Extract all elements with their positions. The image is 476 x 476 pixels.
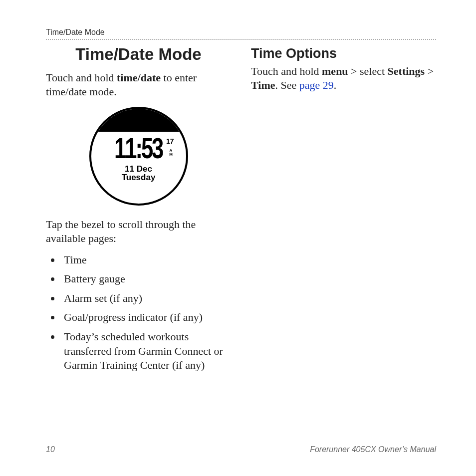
- pages-list: Time Battery gauge Alarm set (if any) Go…: [46, 253, 231, 373]
- bold-time: Time: [251, 79, 275, 91]
- watch-date: 11 Dec: [91, 165, 186, 173]
- intro-bold-time-date: time/date: [117, 71, 161, 84]
- text: . See: [275, 79, 299, 91]
- intro-pre: Touch and hold: [46, 71, 117, 84]
- list-item: Goal/progress indicator (if any): [61, 310, 231, 325]
- section-title-time-date-mode: Time/Date Mode: [46, 45, 231, 64]
- list-item: Time: [61, 253, 231, 267]
- bold-menu: menu: [322, 65, 348, 77]
- list-item: Battery gauge: [61, 272, 231, 286]
- page-number: 10: [46, 445, 55, 454]
- watch-weekday: Tuesday: [91, 173, 186, 182]
- page-link-29[interactable]: page 29: [299, 79, 334, 91]
- time-options-paragraph: Touch and hold menu > select Settings > …: [251, 64, 436, 92]
- bold-settings: Settings: [388, 65, 425, 77]
- watch-illustration-wrap: 11:53 17 A M 11 Dec Tuesday: [46, 107, 231, 206]
- running-header: Time/Date Mode: [46, 28, 436, 40]
- watch-ampm: A M: [168, 149, 174, 157]
- columns: Time/Date Mode Touch and hold time/date …: [46, 42, 436, 378]
- intro-paragraph: Touch and hold time/date to enter time/d…: [46, 71, 231, 99]
- watch-ampm-m: M: [169, 152, 173, 157]
- page-footer: 10 Forerunner 405CX Owner’s Manual: [46, 445, 436, 454]
- list-item: Today’s scheduled workouts transferred f…: [61, 330, 231, 373]
- watch-top-arc: [89, 107, 188, 132]
- text: > select: [348, 65, 388, 77]
- right-column: Time Options Touch and hold menu > selec…: [251, 42, 436, 378]
- watch-seconds: 17: [166, 137, 174, 145]
- scroll-intro-paragraph: Tap the bezel to scroll through the avai…: [46, 218, 231, 245]
- watch-date-row: 11 Dec Tuesday: [91, 165, 186, 182]
- left-column: Time/Date Mode Touch and hold time/date …: [46, 42, 231, 378]
- text: >: [425, 65, 434, 77]
- section-title-time-options: Time Options: [251, 46, 436, 61]
- watch-time: 11:53: [114, 134, 162, 163]
- text: .: [334, 79, 337, 91]
- list-item: Alarm set (if any): [61, 291, 231, 306]
- text: Touch and hold: [251, 65, 322, 77]
- watch-time-row: 11:53 17 A M: [91, 134, 186, 163]
- manual-title-footer: Forerunner 405CX Owner’s Manual: [310, 445, 436, 454]
- watch-face-illustration: 11:53 17 A M 11 Dec Tuesday: [89, 107, 188, 206]
- manual-page: Time/Date Mode Time/Date Mode Touch and …: [0, 0, 476, 476]
